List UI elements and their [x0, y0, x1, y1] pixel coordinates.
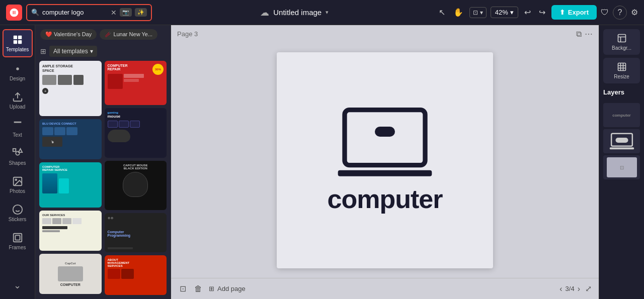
sidebar-item-shapes[interactable]: Shapes: [3, 144, 33, 170]
computer-text: computer: [328, 184, 443, 214]
svg-rect-16: [345, 110, 425, 165]
zoom-control[interactable]: 42% ▾: [491, 7, 518, 18]
sidebar-item-templates-label: Templates: [6, 47, 29, 52]
tag-lunar[interactable]: 🥢 Lunar New Ye...: [100, 29, 157, 40]
filter-label-text: All templates: [53, 48, 88, 55]
sidebar-item-stickers[interactable]: Stickers: [3, 200, 33, 226]
image-search-button[interactable]: 📷: [120, 8, 132, 17]
background-tool-button[interactable]: Backgr...: [603, 29, 640, 55]
ai-search-button[interactable]: ✨: [135, 8, 147, 17]
search-box: 🔍 ✕ 📷 ✨: [26, 4, 152, 21]
sidebar-more-button[interactable]: ⌄: [10, 276, 25, 295]
shield-button[interactable]: 🛡: [601, 8, 609, 17]
svg-rect-0: [13, 36, 17, 39]
sidebar-item-upload[interactable]: Upload: [3, 87, 33, 114]
filter-all-templates-button[interactable]: All templates ▾: [49, 46, 97, 57]
template-card-2[interactable]: COMPUTERREPAIR 30%: [105, 61, 167, 105]
resize-tool-button[interactable]: Resize: [603, 58, 640, 83]
sidebar-item-design[interactable]: Design: [3, 59, 33, 85]
delete-page-button[interactable]: 🗑: [193, 283, 204, 295]
redo-button[interactable]: ↪: [537, 6, 547, 19]
sidebar-item-frames-label: Frames: [9, 245, 26, 250]
prev-page-button[interactable]: ‹: [559, 284, 562, 293]
templates-col-left: AMPLE STORAGESPACE + BLU DEVICE CONNECT: [39, 61, 102, 295]
cursor-tool-button[interactable]: ↖: [437, 6, 447, 19]
svg-rect-18: [338, 170, 432, 176]
logo[interactable]: [6, 5, 22, 21]
frame-tool-button[interactable]: ⊡ ▾: [469, 7, 486, 18]
search-clear-icon[interactable]: ✕: [111, 9, 117, 17]
cloud-icon: ☁: [260, 7, 269, 18]
template-card-4[interactable]: BLU DEVICE CONNECT 🖱: [39, 119, 102, 159]
background-label: Backgr...: [612, 45, 631, 51]
sidebar-item-stickers-label: Stickers: [9, 217, 27, 222]
template-card-10[interactable]: ABOUTMANAGEMENTSERVICES: [105, 255, 167, 295]
doc-title: Untitled image: [273, 8, 321, 17]
filter-dropdown-icon: ▾: [90, 48, 93, 55]
sidebar-item-frames[interactable]: Frames: [3, 228, 33, 254]
export-icon: ⬆: [559, 9, 565, 16]
search-icon: 🔍: [31, 9, 39, 16]
tag-valentines[interactable]: ❤️ Valentine's Day: [40, 29, 97, 40]
title-dropdown-icon[interactable]: ▾: [326, 9, 329, 16]
add-page-icon: ⊞: [209, 285, 214, 292]
svg-rect-20: [618, 63, 625, 71]
svg-marker-8: [18, 149, 22, 152]
layer-item-background[interactable]: ⊡: [603, 155, 640, 179]
undo-button[interactable]: ↩: [522, 6, 533, 19]
svg-rect-14: [13, 234, 22, 242]
svg-rect-1: [18, 36, 21, 39]
sidebar-item-photos-label: Photos: [10, 188, 25, 194]
background-icon: [617, 33, 627, 43]
next-page-button[interactable]: ›: [578, 284, 580, 293]
sidebar-icons: Templates Design Upload Text Shapes Phot…: [0, 25, 35, 299]
templates-grid: AMPLE STORAGESPACE + BLU DEVICE CONNECT: [35, 61, 171, 299]
laptop-svg: [335, 107, 435, 180]
topbar-center: ☁ Untitled image ▾: [156, 7, 433, 18]
canvas-bottombar: ⊡ 🗑 ⊞ Add page ‹ 3/4 › ⤢: [171, 278, 599, 299]
canvas-layer-button[interactable]: ⧉: [576, 29, 582, 39]
export-label: Export: [568, 9, 589, 16]
hand-tool-button[interactable]: ✋: [451, 6, 465, 19]
template-card-5[interactable]: COMPUTERREPAIR SERVICE: [39, 162, 102, 208]
right-panel: Backgr... Resize Layers computer: [599, 25, 644, 299]
canvas-topbar: Page 3 ⧉ ⋯: [171, 25, 599, 43]
svg-point-11: [13, 205, 22, 214]
template-card-1[interactable]: AMPLE STORAGESPACE +: [39, 61, 102, 116]
computer-logo: computer: [328, 107, 443, 215]
layer-item-text[interactable]: computer: [603, 103, 640, 127]
template-card-6[interactable]: CAPCUT MOUSEBLACK EDITION: [105, 161, 167, 210]
zoom-value: 42%: [495, 9, 508, 16]
resize-label: Resize: [614, 74, 629, 79]
zoom-dropdown-icon: ▾: [510, 9, 514, 16]
filter-bar: ⊞ All templates ▾: [35, 44, 171, 61]
canvas-page[interactable]: computer: [277, 52, 493, 268]
sidebar-item-photos[interactable]: Photos: [3, 172, 33, 198]
sidebar-item-shapes-label: Shapes: [9, 160, 26, 166]
template-card-7[interactable]: OUR SERVICES: [39, 211, 102, 251]
help-button[interactable]: ?: [613, 6, 627, 20]
frame-bottom-button[interactable]: ⊡: [178, 282, 188, 295]
sidebar-item-design-label: Design: [10, 76, 25, 81]
layer-item-laptop[interactable]: [603, 129, 640, 153]
svg-rect-23: [609, 147, 633, 149]
sidebar-item-templates[interactable]: Templates: [3, 29, 33, 57]
search-input[interactable]: [42, 9, 108, 16]
template-card-8[interactable]: ⚙ ⚙ ComputerProgramming: [105, 213, 167, 253]
template-card-9[interactable]: CapCut COMPUTER: [39, 254, 102, 294]
sidebar-item-text[interactable]: Text: [3, 116, 33, 142]
template-card-3[interactable]: gaming mouse: [105, 108, 167, 157]
filter-grid-icon: ⊞: [40, 47, 46, 55]
tags-bar: ❤️ Valentine's Day 🥢 Lunar New Ye...: [35, 25, 171, 44]
svg-point-4: [16, 67, 19, 70]
add-page-button[interactable]: ⊞ Add page: [209, 285, 246, 292]
sidebar-item-upload-label: Upload: [10, 104, 26, 110]
page-label: Page 3: [177, 30, 198, 38]
templates-panel: ❤️ Valentine's Day 🥢 Lunar New Ye... ⊞ A…: [35, 25, 171, 299]
settings-button[interactable]: ⚙: [631, 8, 638, 17]
export-button[interactable]: ⬆ Export: [551, 5, 597, 20]
page-navigation: ‹ 3/4 ›: [559, 284, 580, 293]
fullscreen-button[interactable]: ⤢: [585, 284, 592, 293]
svg-rect-7: [13, 149, 16, 152]
canvas-more-button[interactable]: ⋯: [585, 29, 593, 39]
